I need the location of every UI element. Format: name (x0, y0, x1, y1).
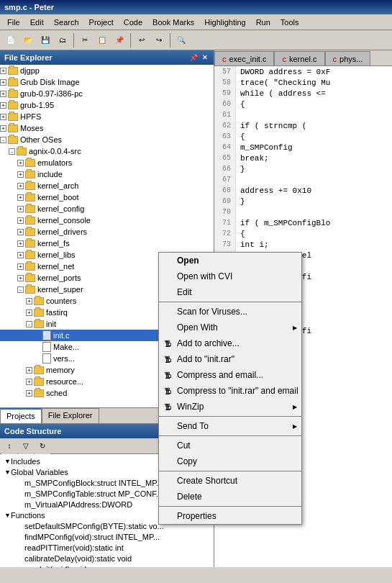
tree-item[interactable]: +kernel_fs (0, 238, 214, 249)
ctx-menu-item[interactable]: Edit (159, 284, 301, 300)
menu-run[interactable]: Run (252, 17, 275, 28)
tree-expand-btn[interactable]: + (0, 79, 6, 86)
ctx-menu-item[interactable]: 🗜Add to archive... (159, 335, 301, 351)
file-explorer-title: File Explorer (4, 53, 53, 62)
toolbar-new[interactable]: 📄 (3, 32, 19, 48)
tree-expand-btn[interactable]: + (0, 68, 6, 74)
ctx-menu-item[interactable]: Open With (159, 320, 301, 335)
code-tabs: c exec_init.c c kernel.c c phys... (214, 50, 392, 66)
code-tab-kernel[interactable]: c kernel.c (274, 51, 324, 65)
line-number: 69 (214, 196, 236, 207)
tree-item[interactable]: +grub-1.95 (0, 99, 214, 111)
tree-expand-btn[interactable]: - (0, 137, 6, 143)
tree-expand-btn[interactable]: + (26, 379, 32, 385)
tree-expand-btn[interactable]: + (17, 275, 24, 281)
ctx-menu-item[interactable]: Send To (159, 418, 301, 434)
tree-item[interactable]: -agnix-0.0.4-src (0, 145, 214, 157)
tree-expand-btn[interactable]: + (0, 91, 6, 97)
cs-item[interactable]: findMPConfig(void):struct INTEL_MP... (1, 531, 212, 542)
cs-filter-btn[interactable]: ▽ (18, 438, 34, 454)
tree-expand-btn[interactable]: + (26, 390, 32, 397)
tree-item[interactable]: +HPFS (0, 111, 214, 122)
tree-item[interactable]: +emulators (0, 157, 214, 168)
tree-expand-btn[interactable]: + (17, 194, 24, 201)
cs-sort-btn[interactable]: ↕ (1, 438, 17, 454)
tree-expand-btn[interactable]: + (17, 171, 24, 178)
toolbar-redo[interactable]: ↪ (151, 32, 167, 48)
tree-item[interactable]: +kernel_boot (0, 191, 214, 203)
tree-expand-btn[interactable]: + (0, 114, 6, 120)
menu-search[interactable]: Search (50, 17, 83, 28)
tree-expand-btn[interactable]: + (17, 160, 24, 166)
tree-item[interactable]: +Moses (0, 122, 214, 134)
code-tab-exec[interactable]: c exec_init.c (214, 51, 274, 65)
tree-expand-btn[interactable]: + (0, 125, 6, 132)
tree-expand-btn[interactable]: + (17, 206, 24, 212)
menu-project[interactable]: Project (85, 17, 118, 28)
cs-item[interactable]: smpInit(void):void (1, 564, 212, 568)
ctx-menu-item[interactable]: 🗜Add to "init.rar" (159, 351, 301, 367)
tree-item[interactable]: +kernel_config (0, 203, 214, 214)
tree-expand-btn[interactable]: - (17, 286, 24, 293)
menu-file[interactable]: File (3, 17, 24, 28)
tab-projects[interactable]: Projects (0, 408, 42, 423)
close-icon[interactable]: ✕ (201, 54, 209, 61)
ctx-menu-item[interactable]: 🗜Compress to "init.rar" and email (159, 383, 301, 399)
ctx-menu-item[interactable]: 🗜Compress and email... (159, 367, 301, 383)
tree-expand-btn[interactable]: - (26, 321, 32, 327)
menu-highlighting[interactable]: Highlighting (200, 17, 250, 28)
tree-expand-btn[interactable]: + (17, 217, 24, 224)
ctx-menu-item[interactable]: Cut (159, 438, 301, 453)
tree-item[interactable]: +grub-0.97-i386-pc (0, 88, 214, 99)
tree-expand-btn[interactable]: + (17, 240, 24, 247)
ctx-menu-item[interactable]: 🗜WinZip (159, 399, 301, 415)
ctx-menu-item[interactable]: Properties (159, 508, 301, 524)
tree-expand-btn[interactable]: + (17, 229, 24, 235)
ctx-menu-item[interactable]: Delete (159, 489, 301, 505)
menu-bookmarks[interactable]: Book Marks (148, 17, 199, 28)
tree-item[interactable]: +Grub Disk Image (0, 76, 214, 88)
toolbar-undo[interactable]: ↩ (134, 32, 150, 48)
toolbar-paste[interactable]: 📌 (111, 32, 127, 48)
toolbar-cut[interactable]: ✂ (77, 32, 93, 48)
tree-item[interactable]: +kernel_console (0, 214, 214, 226)
ctx-menu-item[interactable]: Open (159, 253, 301, 268)
tree-item-label: emulators (37, 158, 72, 167)
cs-item[interactable]: readPITTimer(void):static int (1, 542, 212, 553)
tree-expand-btn[interactable]: + (0, 102, 6, 109)
line-number: 57 (214, 66, 236, 77)
tree-item[interactable]: +kernel_arch (0, 180, 214, 191)
tree-item[interactable]: +djgpp (0, 65, 214, 76)
ctx-menu-item[interactable]: Copy (159, 453, 301, 469)
cs-refresh-btn[interactable]: ↻ (35, 438, 50, 454)
folder-icon (25, 286, 35, 294)
toolbar-copy[interactable]: 📋 (94, 32, 110, 48)
code-line: 73 int i; (214, 239, 392, 250)
toolbar-save-all[interactable]: 🗂 (55, 32, 70, 48)
tree-item[interactable]: +kernel_drivers (0, 226, 214, 238)
menu-tools[interactable]: Tools (276, 17, 304, 28)
tab-file-explorer[interactable]: File Explorer (42, 408, 99, 423)
tree-expand-btn[interactable]: + (17, 263, 24, 270)
ctx-menu-item[interactable]: Open with CVI (159, 268, 301, 284)
tree-expand-btn[interactable]: + (17, 252, 24, 258)
toolbar-save[interactable]: 💾 (37, 32, 53, 48)
tree-expand-btn[interactable]: + (26, 367, 32, 374)
tree-expand-btn[interactable]: + (26, 298, 32, 304)
ctx-item-label: Send To (177, 421, 209, 431)
pin-icon[interactable]: 📌 (188, 54, 199, 61)
tree-item[interactable]: +include (0, 168, 214, 180)
cs-item[interactable]: calibrateDelay(void):static void (1, 553, 212, 564)
code-tab-phys[interactable]: c phys... (325, 51, 371, 65)
tree-item-label: Grub Disk Image (20, 78, 80, 86)
menu-edit[interactable]: Edit (26, 17, 48, 28)
ctx-menu-item[interactable]: Create Shortcut (159, 473, 301, 489)
toolbar-search[interactable]: 🔍 (173, 32, 189, 48)
menu-code[interactable]: Code (119, 17, 147, 28)
tree-expand-btn[interactable]: + (17, 183, 24, 189)
tree-expand-btn[interactable]: + (26, 309, 32, 316)
toolbar-open[interactable]: 📂 (20, 32, 36, 48)
tree-expand-btn[interactable]: - (9, 148, 15, 155)
ctx-menu-item[interactable]: Scan for Viruses... (159, 304, 301, 320)
tree-item[interactable]: -Other OSes (0, 134, 214, 145)
